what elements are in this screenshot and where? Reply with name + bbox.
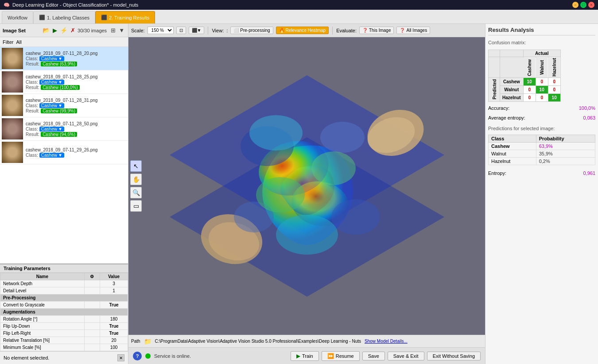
image-thumbnail xyxy=(2,118,23,139)
param-name: Rotation Angle [°] xyxy=(0,316,85,323)
action-right: ▶ Train ⏩ Resume Save Save & Exit Exit W… xyxy=(291,351,481,361)
table-row-section: Pre-Processing xyxy=(0,294,128,302)
imageset-title: Image Set xyxy=(3,28,26,33)
row-walnut: Walnut xyxy=(500,85,524,93)
image-list[interactable]: cashew_2018_09_07-11_28_20.png Class: Ca… xyxy=(0,47,128,263)
param-name: Detail Level xyxy=(0,287,85,294)
titlebar-text: Deep Learning Editor - Object Classifica… xyxy=(12,2,138,8)
maximize-button[interactable]: □ xyxy=(580,2,586,8)
add-image-button[interactable]: 📂 xyxy=(42,27,50,34)
delete-button[interactable]: ✗ xyxy=(70,27,76,34)
param-value: 1 xyxy=(100,287,128,294)
help-button[interactable]: ? xyxy=(133,352,142,360)
view-options-button[interactable]: ⊞ xyxy=(110,27,116,34)
minimize-button[interactable]: − xyxy=(572,2,579,8)
image-filename: cashew_2018_09_07-11_29_26.png xyxy=(26,147,126,152)
section-label: Pre-Processing xyxy=(0,294,128,302)
dropdown-icon[interactable]: ▼ xyxy=(58,56,62,61)
avg-entropy-value: 0,063 xyxy=(583,115,595,120)
tab-labeling[interactable]: ⬛ 1. Labeling Classes xyxy=(33,11,95,23)
all-images-label: All Images xyxy=(406,28,427,33)
dropdown-icon[interactable]: ▼ xyxy=(58,127,62,132)
table-row: Walnut 35,9% xyxy=(489,150,595,158)
preprocessing-button[interactable]: ⬜ Pre-processing xyxy=(230,27,273,34)
select-tool-button[interactable]: ↖ xyxy=(130,160,142,172)
list-item[interactable]: cashew_2018_09_07-11_28_20.png Class: Ca… xyxy=(0,47,128,70)
table-row: Relative Translation [%] 20 xyxy=(0,337,128,344)
evaluate-all-button[interactable]: ❓ All Images xyxy=(396,27,430,34)
dropdown-icon[interactable]: ▼ xyxy=(58,153,62,158)
tool-buttons: ↖ ✋ 🔍 ▭ xyxy=(130,160,142,212)
accuracy-value: 100,0% xyxy=(579,105,595,111)
image-filename: cashew_2018_09_07-11_28_20.png xyxy=(26,51,126,56)
heatmap-button[interactable]: 🔥 Relevance Heatmap xyxy=(276,27,329,34)
filter-label: Filter xyxy=(3,39,13,45)
dropdown-icon[interactable]: ▼ xyxy=(58,103,62,108)
labeling-icon: ⬛ xyxy=(39,15,45,20)
row-cashew: Cashew xyxy=(500,77,524,85)
result-badge: Cashew (63,9%) xyxy=(41,62,77,66)
expand-button[interactable]: ▼ xyxy=(118,27,125,34)
table-row: Rotation Angle [°] 180 xyxy=(0,316,128,323)
list-item[interactable]: cashew_2018_09_07-11_28_25.png Class: Ca… xyxy=(0,70,128,94)
avg-entropy-label: Average entropy: xyxy=(488,115,525,120)
zoom-options-button[interactable]: ⬛▼ xyxy=(189,27,205,34)
image-filename: cashew_2018_09_07-11_28_31.png xyxy=(26,98,126,103)
class-badge: Cashew ▼ xyxy=(39,56,64,61)
left-panel: Image Set 📂 ▶ ⚡ ✗ 30/30 images ⊞ ▼ Filte… xyxy=(0,24,128,364)
table-row: Flip Left-Right True xyxy=(0,330,128,337)
confusion-matrix-container: Actual Cashew Walnut Hazelnut Predicted … xyxy=(488,48,595,102)
save-exit-button[interactable]: Save & Exit xyxy=(388,352,424,360)
cell-walnut-cashew: 0 xyxy=(523,85,536,93)
folder-icon[interactable]: 📁 xyxy=(144,338,151,345)
predictions-table: Class Probability Cashew 63,9% Walnut 35… xyxy=(488,135,595,165)
dropdown-icon[interactable]: ▼ xyxy=(58,80,62,85)
save-button[interactable]: Save xyxy=(362,352,385,360)
zoom-tool-button[interactable]: 🔍 xyxy=(130,187,142,198)
param-name: Relative Translation [%] xyxy=(0,337,85,344)
stop-button[interactable]: ⚡ xyxy=(59,27,68,34)
no-element-close-button[interactable]: ✕ xyxy=(117,354,124,361)
evaluate-this-button[interactable]: ❓ This Image xyxy=(359,27,394,34)
this-image-icon: ❓ xyxy=(362,28,368,33)
close-button[interactable]: × xyxy=(588,2,594,8)
pan-tool-button[interactable]: ✋ xyxy=(130,174,142,185)
settings-icon[interactable]: ⚙ xyxy=(90,274,94,279)
table-row: Flip Up-Down True xyxy=(0,323,128,330)
result-badge: Cashew (100,0%) xyxy=(41,85,79,90)
image-thumbnail xyxy=(2,48,23,69)
exit-button[interactable]: Exit Without Saving xyxy=(427,352,481,360)
scale-select[interactable]: 150 % 100 % 200 % xyxy=(148,27,174,34)
image-count: 30/30 images xyxy=(78,28,107,33)
col-settings: ⚙ xyxy=(84,273,100,280)
entropy-value: 0,961 xyxy=(583,170,595,176)
param-value: 20 xyxy=(100,337,128,344)
image-thumbnail xyxy=(2,142,23,163)
resume-play-icon: ⏩ xyxy=(327,353,334,359)
resume-button[interactable]: ⏩ Resume xyxy=(322,351,360,361)
canvas-area[interactable]: ↖ ✋ 🔍 ▭ xyxy=(128,37,485,335)
fit-view-button[interactable]: ⊡ xyxy=(176,27,186,34)
rectangle-tool-button[interactable]: ▭ xyxy=(130,200,142,212)
play-button[interactable]: ▶ xyxy=(52,27,58,34)
table-row: Detail Level 1 xyxy=(0,287,128,294)
imageset-header: Image Set 📂 ▶ ⚡ ✗ 30/30 images ⊞ ▼ xyxy=(0,24,128,37)
train-play-icon: ▶ xyxy=(296,353,300,359)
class-label: Class: xyxy=(26,127,38,132)
imageset-toolbar: 📂 ▶ ⚡ ✗ 30/30 images ⊞ ▼ xyxy=(42,27,125,34)
tab-training[interactable]: ⬛ 2. Training Results xyxy=(95,11,155,23)
train-button[interactable]: ▶ Train xyxy=(291,351,319,361)
list-item[interactable]: cashew_2018_09_07-11_29_26.png Class: Ca… xyxy=(0,141,128,164)
class-label: Class: xyxy=(26,103,38,108)
preprocessing-label: Pre-processing xyxy=(240,28,270,33)
separator xyxy=(332,27,333,35)
svg-point-11 xyxy=(320,122,365,153)
list-item[interactable]: cashew_2018_09_07-11_28_31.png Class: Ca… xyxy=(0,94,128,117)
heatmap-label: Relevance Heatmap xyxy=(286,28,326,33)
show-model-link[interactable]: Show Model Details... xyxy=(365,339,408,344)
list-item[interactable]: cashew_2018_09_07-11_28_50.png Class: Ca… xyxy=(0,117,128,141)
table-row: Cashew 63,9% xyxy=(489,143,595,150)
actual-header: Actual xyxy=(523,50,560,57)
result-label: Result: xyxy=(26,108,39,113)
tab-workflow[interactable]: Workflow xyxy=(2,11,33,23)
